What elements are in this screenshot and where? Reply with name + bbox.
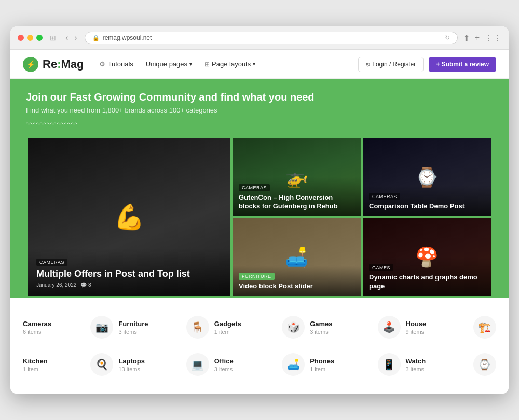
category-count: 13 items [118, 366, 145, 372]
category-name: Phones [310, 357, 334, 365]
category-games[interactable]: Games 3 items 🕹️ [310, 314, 400, 341]
nav-unique-pages-label: Unique pages [146, 60, 187, 68]
nav-tutorials-label: Tutorials [107, 60, 133, 68]
category-icon-laptops: 💻 [186, 353, 209, 376]
category-name: Cameras [23, 320, 51, 328]
post-overlay-top-right: Cameras Comparison Table Demo Post [363, 186, 491, 216]
categories-section: Cameras 6 items 📷 Furniture 3 items 🪑 Ga… [10, 298, 509, 394]
category-kitchen[interactable]: Kitchen 1 item 🍳 [23, 351, 113, 378]
post-title-bot-right: Dynamic charts and graphs demo page [369, 273, 485, 291]
nav-page-layouts[interactable]: ⊞ Page layouts ▾ [204, 60, 255, 68]
nav-actions: ⎋ Login / Register + Submit a review [358, 57, 496, 72]
extensions-icon[interactable]: ⋮⋮ [485, 33, 501, 43]
category-count: 1 item [214, 329, 241, 335]
close-button[interactable] [18, 35, 24, 41]
url-text: remag.wpsoul.net [103, 34, 152, 41]
category-icon-games: 🕹️ [378, 316, 401, 339]
nav-items: ⚙ Tutorials Unique pages ▾ ⊞ Page layout… [99, 60, 358, 68]
category-gadgets[interactable]: Gadgets 1 item 🎲 [214, 314, 305, 341]
category-icon-furniture: 🪑 [186, 316, 209, 339]
category-name: Furniture [118, 320, 148, 328]
post-overlay-bot-right: Games Dynamic charts and graphs demo pag… [363, 257, 491, 296]
category-count: 3 items [118, 329, 148, 335]
category-furniture[interactable]: Furniture 3 items 🪑 [118, 314, 209, 341]
post-card-top-right[interactable]: ⌚ Cameras Comparison Table Demo Post [363, 138, 491, 216]
address-bar[interactable]: 🔒 remag.wpsoul.net ↻ [85, 32, 458, 44]
chevron-down-icon: ▾ [189, 61, 192, 67]
post-card-bot-right[interactable]: 🍄 Games Dynamic charts and graphs demo p… [363, 218, 491, 296]
category-count: 3 items [310, 329, 332, 335]
category-name: Games [310, 320, 332, 328]
post-title-top-mid: GutenCon – High Conversion blocks for Gu… [239, 193, 354, 211]
category-name: Watch [406, 357, 426, 365]
traffic-lights [18, 35, 43, 41]
post-tag-large: Cameras [36, 259, 67, 266]
share-icon[interactable]: ⬆ [463, 33, 470, 43]
category-count: 3 items [214, 366, 234, 372]
hero-subtitle: Find what you need from 1,800+ brands ac… [26, 106, 493, 114]
hero-wave: 〰〰〰〰〰 [26, 119, 493, 130]
category-name: Gadgets [214, 320, 241, 328]
new-tab-icon[interactable]: + [475, 33, 480, 43]
nav-unique-pages[interactable]: Unique pages ▾ [146, 60, 192, 68]
hero-banner: Join our Fast Growing Community and find… [10, 79, 509, 298]
category-name: Office [214, 357, 234, 365]
category-icon-house: 🏗️ [473, 316, 496, 339]
category-house[interactable]: House 9 items 🏗️ [406, 314, 496, 341]
post-tag-top-mid: Cameras [239, 184, 270, 191]
post-tag-bot-mid: Furniture [239, 273, 275, 280]
category-count: 9 items [406, 329, 427, 335]
category-count: 1 item [23, 366, 48, 372]
logo-icon: ⚡ [23, 57, 38, 72]
category-icon-phones: 📱 [378, 353, 401, 376]
post-card-bot-mid[interactable]: 🛋️ Furniture Video block Post slider [233, 218, 361, 296]
logo[interactable]: ⚡ Re:Mag [23, 57, 84, 72]
posts-grid: 💪 Cameras Multiple Offers in Post and To… [26, 138, 493, 298]
category-phones[interactable]: Phones 1 item 📱 [310, 351, 400, 378]
forward-arrow[interactable]: › [72, 32, 79, 44]
category-icon-gadgets: 🎲 [282, 316, 305, 339]
lock-icon: 🔒 [92, 35, 100, 41]
post-tag-bot-right: Games [369, 264, 393, 271]
category-cameras[interactable]: Cameras 6 items 📷 [23, 314, 113, 341]
category-count: 1 item [310, 366, 334, 372]
post-title-bot-mid: Video block Post slider [239, 282, 354, 291]
post-overlay-large: Cameras Multiple Offers in Post and Top … [28, 248, 230, 296]
post-overlay-top-mid: Cameras GutenCon – High Conversion block… [233, 177, 361, 216]
post-title-top-right: Comparison Table Demo Post [369, 202, 485, 211]
category-name: House [406, 320, 427, 328]
nav-page-layouts-label: Page layouts [212, 60, 251, 68]
back-arrow[interactable]: ‹ [63, 32, 70, 44]
category-watch[interactable]: Watch 3 items ⌚ [406, 351, 496, 378]
post-card-top-mid[interactable]: 🚁 Cameras GutenCon – High Conversion blo… [233, 138, 361, 216]
nav-tutorials[interactable]: ⚙ Tutorials [99, 60, 133, 68]
submit-review-button[interactable]: + Submit a review [429, 57, 496, 72]
category-icon-cameras: 📷 [90, 316, 113, 339]
maximize-button[interactable] [36, 35, 43, 41]
category-icon-kitchen: 🍳 [90, 353, 113, 376]
browser-chrome: ⊞ ‹ › 🔒 remag.wpsoul.net ↻ ⬆ + ⋮⋮ [10, 26, 509, 50]
login-icon: ⎋ [366, 61, 370, 68]
post-title-large: Multiple Offers in Post and Top list [36, 268, 222, 280]
site-navigation: ⚡ Re:Mag ⚙ Tutorials Unique pages ▾ ⊞ Pa… [10, 50, 509, 79]
browser-actions: ⬆ + ⋮⋮ [463, 33, 501, 43]
category-name: Kitchen [23, 357, 48, 365]
post-card-large[interactable]: 💪 Cameras Multiple Offers in Post and To… [28, 138, 230, 296]
chevron-down-icon-2: ▾ [253, 61, 255, 67]
category-office[interactable]: Office 3 items 🛋️ [214, 351, 305, 378]
login-button[interactable]: ⎋ Login / Register [358, 57, 424, 72]
hero-title: Join our Fast Growing Community and find… [26, 91, 493, 103]
category-icon-watch: ⌚ [473, 353, 496, 376]
post-meta-large: January 26, 2022 💬 8 [36, 282, 222, 288]
category-count: 6 items [23, 329, 51, 335]
logo-text: Re:Mag [43, 58, 84, 71]
window-grid-icon: ⊞ [50, 34, 56, 42]
reload-icon[interactable]: ↻ [445, 34, 450, 41]
nav-arrows: ‹ › [63, 32, 79, 44]
category-name: Laptops [118, 357, 145, 365]
categories-grid: Cameras 6 items 📷 Furniture 3 items 🪑 Ga… [23, 314, 496, 378]
post-tag-top-right: Cameras [369, 193, 400, 200]
minimize-button[interactable] [27, 35, 33, 41]
post-overlay-bot-mid: Furniture Video block Post slider [233, 265, 361, 296]
category-laptops[interactable]: Laptops 13 items 💻 [118, 351, 209, 378]
